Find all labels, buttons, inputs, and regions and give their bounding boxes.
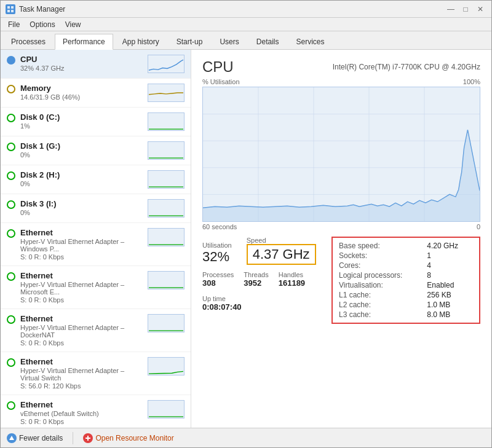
maximize-button[interactable]: □ (459, 3, 472, 15)
title-bar: Task Manager — □ ✕ (1, 1, 491, 18)
eth3-info: Ethernet Hyper-V Virtual Ethernet Adapte… (20, 314, 143, 347)
l3-val: 8.0 MB (427, 310, 473, 319)
tab-services[interactable]: Services (288, 34, 332, 49)
disk2-indicator (7, 171, 15, 180)
right-stats-inner: Base speed: 4.20 GHz Sockets: 1 Cores: 4… (339, 242, 473, 319)
menu-bar: File Options View (1, 18, 491, 31)
tab-users[interactable]: Users (212, 34, 247, 49)
threads-value: 3952 (244, 278, 268, 288)
handles-stat: Handles 161189 (279, 271, 305, 288)
disk2-info: Disk 2 (H:) 0% (20, 170, 143, 187)
stats-left: Utilisation 32% Speed 4.37 GHz Processes… (202, 237, 325, 315)
disk1-sub: 0% (20, 151, 143, 159)
sidebar-item-disk2[interactable]: Disk 2 (H:) 0% (1, 165, 191, 194)
title-bar-left: Task Manager (6, 4, 65, 14)
sidebar-item-disk3[interactable]: Disk 3 (I:) 0% (1, 194, 191, 223)
threads-handles-row: Processes 308 Threads 3952 Handles 16118… (202, 271, 325, 291)
eth5-mini-graph (148, 400, 184, 419)
l2-key: L2 cache: (339, 301, 417, 309)
utilisation-label: Utilisation (202, 242, 232, 249)
resource-monitor-icon (83, 433, 93, 443)
l2-val: 1.0 MB (427, 301, 473, 309)
tab-startup[interactable]: Start-up (169, 34, 211, 49)
main-subtitle: Intel(R) Core(TM) i7-7700K CPU @ 4.20GHz (333, 63, 480, 71)
main-panel: CPU Intel(R) Core(TM) i7-7700K CPU @ 4.2… (191, 50, 491, 428)
uptime-stat: Up time 0:08:07:40 (202, 295, 325, 312)
sidebar-item-memory[interactable]: Memory 14.6/31.9 GB (46%) (1, 79, 191, 108)
svg-marker-13 (9, 436, 14, 440)
virt-key: Virtualisation: (339, 281, 417, 289)
eth1-sub2: S: 0 R: 0 Kbps (20, 253, 143, 261)
eth5-info: Ethernet vEthernet (Default Switch) S: 0… (20, 400, 143, 425)
utilisation-value: 32% (202, 249, 232, 265)
eth3-sub1: Hyper-V Virtual Ethernet Adapter – Docke… (20, 324, 143, 339)
eth1-sub1: Hyper-V Virtual Ethernet Adapter – Windo… (20, 238, 143, 253)
uptime-value: 0:08:07:40 (202, 302, 325, 312)
sidebar-item-eth1[interactable]: Ethernet Hyper-V Virtual Ethernet Adapte… (1, 223, 191, 266)
content-area: CPU 32% 4.37 GHz Memory 14.6/31.9 GB (46… (1, 50, 491, 428)
cores-key: Cores: (339, 261, 417, 270)
menu-options[interactable]: Options (25, 19, 60, 29)
eth4-info: Ethernet Hyper-V Virtual Ethernet Adapte… (20, 357, 143, 390)
cpu-graph (202, 87, 480, 222)
handles-value: 161189 (279, 278, 305, 288)
menu-view[interactable]: View (60, 19, 86, 29)
svg-marker-12 (203, 130, 480, 221)
disk1-name: Disk 1 (G:) (20, 141, 143, 151)
app-icon (6, 4, 15, 14)
eth4-name: Ethernet (20, 357, 143, 366)
sidebar-item-cpu[interactable]: CPU 32% 4.37 GHz (1, 50, 191, 79)
tabs-bar: Processes Performance App history Start-… (1, 31, 491, 50)
close-button[interactable]: ✕ (474, 3, 486, 15)
svg-rect-2 (7, 10, 10, 12)
eth4-indicator (7, 358, 15, 367)
eth3-mini-graph (148, 314, 184, 332)
sidebar-item-eth2[interactable]: Ethernet Hyper-V Virtual Ethernet Adapte… (1, 266, 191, 309)
eth4-sub1: Hyper-V Virtual Ethernet Adapter – Virtu… (20, 367, 143, 382)
sockets-key: Sockets: (339, 251, 417, 260)
uptime-label: Up time (202, 295, 325, 302)
graph-label-row: % Utilisation 100% (202, 78, 480, 85)
svg-rect-0 (7, 6, 10, 9)
l1-key: L1 cache: (339, 291, 417, 299)
main-header: CPU Intel(R) Core(TM) i7-7700K CPU @ 4.2… (202, 58, 480, 76)
graph-section: % Utilisation 100% (202, 78, 480, 230)
window-controls: — □ ✕ (445, 3, 486, 15)
sidebar-item-disk0[interactable]: Disk 0 (C:) 1% (1, 108, 191, 136)
eth3-indicator (7, 315, 15, 324)
disk2-sub: 0% (20, 180, 143, 187)
tab-processes[interactable]: Processes (3, 34, 54, 49)
window-title: Task Manager (19, 5, 65, 14)
threads-label: Threads (244, 271, 268, 278)
processes-stat: Processes 308 (202, 271, 234, 288)
fewer-details-label: Fewer details (19, 434, 63, 442)
eth5-name: Ethernet (20, 400, 143, 409)
processes-label: Processes (202, 271, 234, 278)
cpu-sub: 32% 4.37 GHz (20, 65, 143, 72)
sidebar-item-disk1[interactable]: Disk 1 (G:) 0% (1, 136, 191, 165)
virt-val: Enabled (427, 281, 473, 289)
tab-performance[interactable]: Performance (55, 34, 113, 50)
disk2-mini-graph (148, 170, 184, 189)
eth3-sub2: S: 0 R: 0 Kbps (20, 339, 143, 347)
sidebar-item-eth3[interactable]: Ethernet Hyper-V Virtual Ethernet Adapte… (1, 309, 191, 352)
minimize-button[interactable]: — (445, 3, 457, 15)
eth3-name: Ethernet (20, 314, 143, 323)
processes-value: 308 (202, 278, 234, 288)
sidebar-item-eth4[interactable]: Ethernet Hyper-V Virtual Ethernet Adapte… (1, 352, 191, 395)
fewer-details-icon (7, 433, 17, 443)
utilisation-stat: Utilisation 32% (202, 242, 232, 265)
base-speed-val: 4.20 GHz (427, 242, 473, 250)
menu-file[interactable]: File (3, 19, 25, 29)
memory-indicator (7, 85, 15, 93)
eth5-sub2: S: 0 R: 0 Kbps (20, 418, 143, 425)
tab-details[interactable]: Details (248, 34, 287, 49)
disk3-indicator (7, 200, 15, 209)
disk3-sub: 0% (20, 209, 143, 216)
open-resource-monitor-button[interactable]: Open Resource Monitor (83, 433, 173, 443)
tab-app-history[interactable]: App history (114, 34, 167, 49)
fewer-details-button[interactable]: Fewer details (7, 433, 63, 443)
utilisation-row: Utilisation 32% Speed 4.37 GHz (202, 237, 325, 269)
sidebar-item-eth5[interactable]: Ethernet vEthernet (Default Switch) S: 0… (1, 395, 191, 428)
memory-sub: 14.6/31.9 GB (46%) (20, 93, 143, 101)
